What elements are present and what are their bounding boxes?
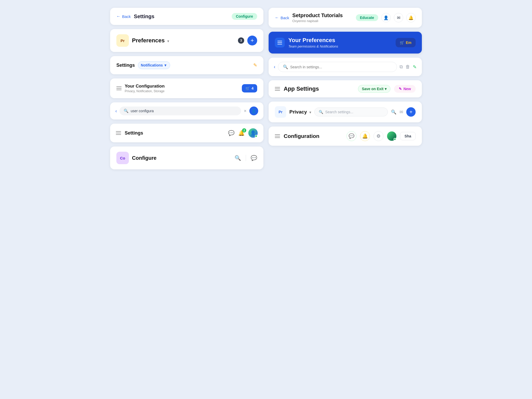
search-main-wrap: 🔍 [278, 62, 397, 72]
back-link-settings[interactable]: ← Back [116, 14, 131, 19]
notifications-dropdown[interactable]: Notifications ▾ [138, 61, 170, 69]
search-privacy-icon: 🔍 [319, 110, 323, 114]
search-settings-card: ‹ 🔍 ⧉ 🗑 ✎ [269, 58, 422, 76]
cart-badge[interactable]: 🛒 4 [242, 84, 257, 92]
bell-badge-wrap: 🔔 2 [238, 130, 245, 136]
settings-icons-card: Settings 💬 🔔 2 👤 [110, 124, 263, 142]
back-arrow-icon: ← [116, 14, 121, 19]
config-online-dot [394, 138, 396, 141]
configuration-title: Your Configuration [125, 84, 239, 89]
privacy-dropdown-arrow[interactable]: ▾ [309, 110, 311, 114]
pen-new-icon: ✎ [399, 87, 402, 91]
banner-text: Your Preferences Team permissions & Noti… [288, 37, 392, 48]
configuration-text: Your Configuration Privacy, Notification… [125, 84, 239, 93]
configuration-subtitle: Privacy, Notification, Storage [125, 89, 239, 93]
app-settings-title: App Settings [284, 85, 354, 92]
back-link-tutorials[interactable]: ← Back [275, 15, 289, 20]
search-main-icon: 🔍 [283, 64, 288, 69]
notifications-label: Notifications [141, 63, 163, 67]
new-badge-button[interactable]: ✎ New [394, 85, 416, 93]
configure-title: Configure [132, 155, 231, 161]
mail-header-icon[interactable]: ✉ [394, 13, 403, 22]
configure-search-icon[interactable]: 🔍 [235, 155, 241, 161]
save-on-exit-badge[interactable]: Save on Exit ▾ [358, 85, 390, 93]
save-label: Save on Exit [362, 87, 383, 91]
tutorials-subtitle: Oxyenno napisali [292, 19, 353, 23]
online-status-dot [255, 135, 257, 137]
share-label: Sha [404, 134, 411, 138]
configuration-card: Configuration 💬 🔔 ⚙ Sha [269, 127, 422, 146]
your-configuration-card: Your Configuration Privacy, Notification… [110, 78, 263, 98]
pen-icon[interactable]: ✎ [413, 64, 417, 70]
hamburger-icon[interactable] [116, 87, 122, 90]
banner-menu-button[interactable] [275, 38, 285, 48]
user-profile-icon[interactable]: 👤 [381, 13, 391, 22]
configure-badge[interactable]: Configure [232, 13, 257, 20]
clear-icon[interactable]: ✕ [244, 109, 247, 113]
search-inner-wrap: 🔍 [119, 107, 241, 115]
banner-title: Your Preferences [288, 37, 392, 44]
preferences-title: Preferences ▾ [132, 37, 235, 44]
search-user-card: ‹ 🔍 ✕ 👤 [110, 102, 263, 119]
settings-config-icon[interactable]: ⚙ [374, 131, 383, 141]
chat-icon[interactable]: 💬 [228, 130, 235, 136]
settings-notifications-card: Settings Notifications ▾ ✎ [110, 56, 263, 74]
config-user-avatar [387, 131, 396, 141]
cart-icon: 🛒 [245, 86, 250, 90]
preferences-card: Pr Preferences ▾ 3 + [110, 29, 263, 52]
configure-chat-icon[interactable]: 💬 [251, 155, 257, 161]
bell-config-icon[interactable]: 🔔 [360, 131, 370, 141]
bell-notification-badge: 2 [242, 128, 246, 132]
settings-hamburger-icon[interactable] [116, 131, 121, 135]
app-settings-hamburger[interactable] [275, 87, 280, 91]
settings-header-card: ← Back Settings Configure [110, 8, 263, 25]
tutorials-back-arrow-icon: ← [275, 15, 279, 20]
mail-privacy-icon[interactable]: 🔍 [391, 109, 396, 115]
search-icon: 🔍 [124, 109, 129, 113]
search-privacy-placeholder: Search settings... [325, 110, 353, 114]
tutorials-text: Setproduct Tutorials Oxyenno napisali [292, 12, 353, 23]
search-privacy-wrap: 🔍 Search settings... [314, 108, 388, 116]
privacy-card: Pr Privacy ▾ 🔍 Search settings... 🔍 ✉ + [269, 102, 422, 122]
configuration-hamburger[interactable] [275, 134, 280, 138]
add-preferences-button[interactable]: + [247, 36, 257, 45]
settings-main-label: Settings [125, 130, 224, 136]
banner-cart-button[interactable]: 🛒 Em [396, 38, 416, 47]
configuration-main-title: Configuration [284, 133, 343, 139]
preferences-logo: Pr [116, 34, 129, 47]
left-column: ← Back Settings Configure Pr Preferences… [110, 8, 263, 169]
settings-title: Settings [134, 14, 154, 19]
right-column: ← Back Setproduct Tutorials Oxyenno napi… [269, 8, 422, 169]
tutorials-header-card: ← Back Setproduct Tutorials Oxyenno napi… [269, 8, 422, 28]
banner-cart-icon: 🛒 [400, 41, 404, 45]
share-button[interactable]: Sha [400, 132, 416, 140]
bell-header-icon[interactable]: 🔔 [406, 13, 416, 22]
privacy-title: Privacy ▾ [289, 109, 311, 115]
notifications-dropdown-arrow: ▾ [164, 63, 166, 67]
educate-badge[interactable]: Educate [356, 14, 378, 21]
preferences-dropdown-arrow[interactable]: ▾ [167, 39, 169, 43]
privacy-logo: Pr [275, 106, 286, 118]
app-settings-card: App Settings Save on Exit ▾ ✎ New [269, 80, 422, 97]
chevron-left-icon[interactable]: ‹ [115, 108, 117, 114]
tutorials-back-label: Back [281, 16, 289, 20]
banner-subtitle: Team permissions & Notifications [288, 44, 392, 48]
search-settings-input[interactable] [290, 65, 392, 69]
search-chevron-left[interactable]: ‹ [274, 64, 275, 70]
add-privacy-button[interactable]: + [406, 107, 416, 117]
trash-icon[interactable]: 🗑 [405, 64, 410, 70]
user-search-input[interactable] [131, 109, 237, 113]
pencil-icon[interactable]: ✎ [253, 62, 257, 68]
preferences-notification-badge: 3 [238, 37, 244, 44]
back-label: Back [122, 14, 131, 19]
settings-label: Settings [116, 63, 135, 68]
new-label: New [403, 87, 411, 91]
chat-config-icon[interactable]: 💬 [347, 131, 356, 141]
save-dropdown-arrow: ▾ [385, 87, 387, 91]
configure-card: Co Configure 🔍 💬 [110, 147, 263, 169]
copy-icon[interactable]: ⧉ [400, 64, 403, 70]
tutorials-title: Setproduct Tutorials [292, 12, 353, 18]
your-preferences-banner: Your Preferences Team permissions & Noti… [269, 32, 422, 54]
mail-privacy-email-icon[interactable]: ✉ [400, 109, 403, 115]
user-avatar: 👤 [248, 128, 258, 138]
